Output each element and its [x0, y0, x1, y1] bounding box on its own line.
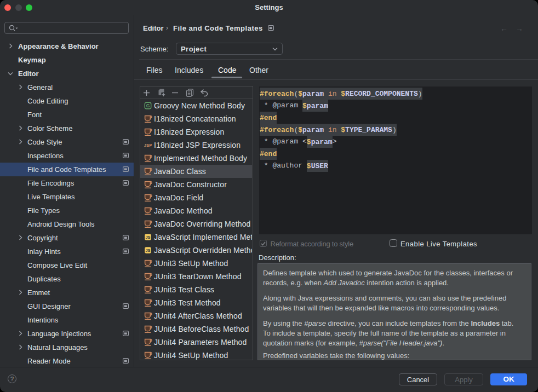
svg-text:JS: JS [145, 248, 150, 253]
svg-text:JSP: JSP [144, 143, 152, 148]
svg-text:JS: JS [145, 235, 150, 240]
svg-text:G: G [146, 103, 150, 108]
